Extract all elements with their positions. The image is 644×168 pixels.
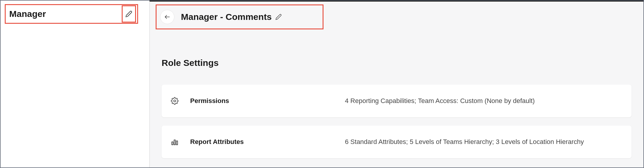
section-title: Role Settings [162, 58, 219, 68]
back-button[interactable] [160, 10, 174, 24]
report-attributes-label: Report Attributes [190, 138, 303, 146]
pencil-icon [275, 14, 282, 20]
page-header: Manager - Comments [156, 4, 323, 29]
page-title: Manager - Comments [181, 12, 272, 22]
svg-rect-3 [174, 140, 175, 145]
svg-rect-4 [176, 141, 177, 145]
permissions-label: Permissions [190, 97, 303, 105]
sidebar: Manager [1, 1, 149, 167]
sidebar-header[interactable]: Manager [5, 4, 138, 24]
svg-point-1 [174, 100, 176, 102]
arrow-left-icon [164, 14, 171, 20]
pencil-icon [125, 10, 132, 18]
bar-chart-icon [170, 138, 179, 146]
report-attributes-card[interactable]: Report Attributes 6 Standard Attributes;… [162, 126, 632, 158]
edit-role-name-button[interactable] [122, 5, 136, 23]
permissions-description: 4 Reporting Capabilities; Team Access: C… [345, 97, 535, 105]
report-attributes-description: 6 Standard Attributes; 5 Levels of Teams… [345, 138, 584, 146]
edit-title-button[interactable] [275, 14, 282, 20]
permissions-card[interactable]: Permissions 4 Reporting Capabilities; Te… [162, 85, 632, 117]
gear-icon [170, 97, 179, 105]
sidebar-title: Manager [9, 9, 46, 19]
svg-rect-2 [172, 142, 173, 145]
main-content: Manager - Comments Role Settings Per [149, 1, 643, 167]
